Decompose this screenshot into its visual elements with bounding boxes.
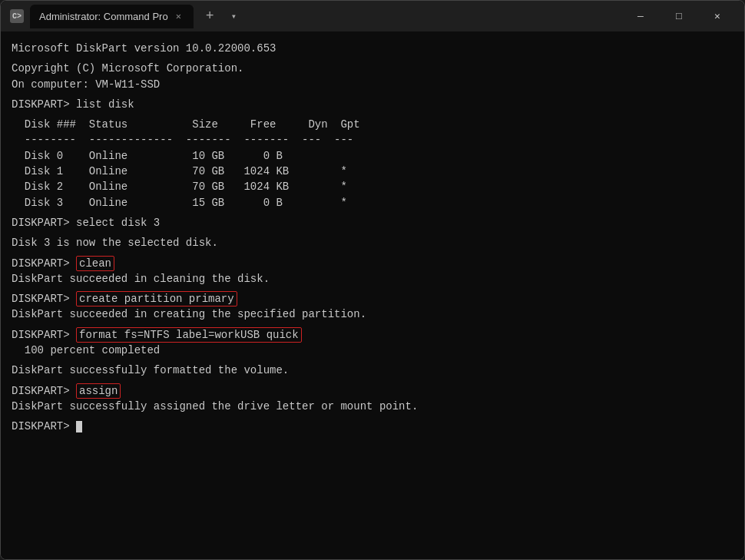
assign-cmd-line: DISKPART> assign bbox=[12, 383, 733, 399]
window-controls: — □ ✕ bbox=[623, 4, 735, 28]
tab-label: Administrator: Command Pro bbox=[39, 11, 168, 22]
create-resp: DiskPart succeeded in creating the speci… bbox=[12, 307, 733, 322]
output-line-4: On computer: VM-W11-SSD bbox=[12, 77, 733, 92]
format-command: format fs=NTFS label=workUSB quick bbox=[76, 327, 302, 343]
disk2-row: Disk 2 Online 70 GB 1024 KB * bbox=[12, 179, 733, 194]
col-sep: -------- ------------- ------- ------- -… bbox=[12, 132, 733, 147]
window: C> Administrator: Command Pro ✕ + ▾ — □ … bbox=[0, 0, 745, 560]
titlebar: C> Administrator: Command Pro ✕ + ▾ — □ … bbox=[1, 1, 744, 31]
active-tab[interactable]: Administrator: Command Pro ✕ bbox=[30, 5, 194, 28]
col-headers: Disk ### Status Size Free Dyn Gpt bbox=[12, 117, 733, 132]
final-prompt-text: DISKPART> bbox=[12, 420, 76, 432]
clean-resp: DiskPart succeeded in cleaning the disk. bbox=[12, 271, 733, 287]
disk0-row: Disk 0 Online 10 GB 0 B bbox=[12, 148, 733, 164]
assign-command: assign bbox=[76, 383, 121, 399]
clean-cmd-line: DISKPART> clean bbox=[12, 256, 733, 271]
terminal-output[interactable]: Microsoft DiskPart version 10.0.22000.65… bbox=[1, 31, 744, 559]
create-command: create partition primary bbox=[76, 291, 237, 307]
cursor bbox=[76, 421, 82, 432]
tab-icon: C> bbox=[10, 9, 24, 23]
select-resp: Disk 3 is now the selected disk. bbox=[12, 235, 733, 250]
select-cmd-line: DISKPART> select disk 3 bbox=[12, 215, 733, 230]
output-line-1: Microsoft DiskPart version 10.0.22000.65… bbox=[12, 41, 733, 56]
assign-prompt: DISKPART> bbox=[12, 385, 76, 397]
output-line-3: Copyright (C) Microsoft Corporation. bbox=[12, 61, 733, 76]
format-resp2: DiskPart successfully formatted the volu… bbox=[12, 363, 733, 378]
assign-resp: DiskPart successfully assigned the drive… bbox=[12, 399, 733, 414]
format-prompt: DISKPART> bbox=[12, 329, 76, 341]
final-prompt-line: DISKPART> bbox=[12, 419, 733, 434]
create-cmd-line: DISKPART> create partition primary bbox=[12, 291, 733, 307]
create-prompt: DISKPART> bbox=[12, 293, 76, 305]
tab-dropdown-button[interactable]: ▾ bbox=[227, 8, 241, 25]
tab-icon-symbol: C> bbox=[12, 12, 22, 21]
clean-command: clean bbox=[76, 256, 114, 271]
disk1-row: Disk 1 Online 70 GB 1024 KB * bbox=[12, 164, 733, 179]
titlebar-left: C> Administrator: Command Pro ✕ + ▾ bbox=[10, 5, 617, 28]
disk3-row: Disk 3 Online 15 GB 0 B * bbox=[12, 195, 733, 210]
new-tab-button[interactable]: + bbox=[200, 5, 220, 27]
minimize-button[interactable]: — bbox=[623, 4, 658, 28]
format-resp1: 100 percent completed bbox=[12, 343, 733, 358]
close-button[interactable]: ✕ bbox=[700, 4, 735, 28]
maximize-button[interactable]: □ bbox=[661, 4, 697, 28]
format-cmd-line: DISKPART> format fs=NTFS label=workUSB q… bbox=[12, 327, 733, 343]
tab-close-button[interactable]: ✕ bbox=[173, 9, 184, 24]
clean-prompt: DISKPART> bbox=[12, 257, 76, 270]
output-line-6: DISKPART> list disk bbox=[12, 97, 733, 112]
